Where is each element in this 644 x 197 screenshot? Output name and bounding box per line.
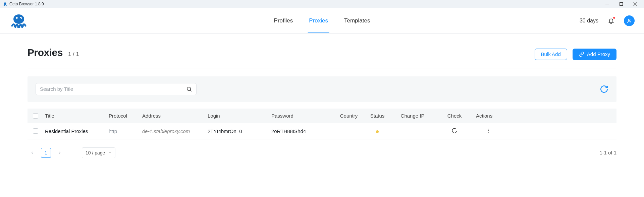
col-login: Login	[206, 113, 270, 119]
row-check	[434, 128, 475, 135]
svg-point-15	[488, 132, 489, 132]
row-password: 2oRTH88IShd4	[270, 128, 334, 134]
pagination: 1 10 / page 1-1 of 1	[28, 139, 616, 166]
nav-tabs: Profiles Proxies Templates	[274, 8, 370, 33]
pager-summary: 1-1 of 1	[599, 150, 616, 155]
page-size-select[interactable]: 10 / page	[82, 147, 115, 158]
notifications-button[interactable]	[608, 17, 614, 24]
row-more-button[interactable]	[486, 128, 491, 133]
svg-point-10	[628, 19, 630, 20]
page-content: Proxies 1 / 1 Bulk Add Add Proxy Title P…	[0, 34, 644, 166]
table-row: Residential Proxies http de-1.stableprox…	[28, 123, 616, 139]
svg-rect-2	[620, 2, 623, 5]
col-country: Country	[334, 113, 364, 119]
row-actions	[475, 128, 498, 134]
pager-prev[interactable]	[28, 148, 37, 157]
refresh-button[interactable]	[600, 85, 608, 93]
window-close-button[interactable]	[631, 0, 639, 8]
col-actions: Actions	[475, 113, 498, 119]
page-header: Proxies 1 / 1 Bulk Add Add Proxy	[28, 34, 616, 68]
svg-point-13	[488, 129, 489, 129]
row-login: 2TYt4bmrOn_0	[206, 128, 270, 134]
select-all-checkbox[interactable]	[33, 113, 38, 119]
app-logo	[9, 12, 28, 29]
pager-page-1[interactable]: 1	[41, 148, 51, 158]
col-password: Password	[270, 113, 334, 119]
window-minimize-button[interactable]	[603, 0, 611, 8]
window-titlebar: Octo Browser 1.8.9	[0, 0, 644, 8]
link-icon	[579, 52, 584, 57]
svg-point-0	[4, 2, 6, 5]
page-title: Proxies	[28, 47, 63, 58]
col-protocol: Protocol	[107, 113, 141, 119]
page-count: 1 / 1	[68, 51, 79, 58]
titlebar-left: Octo Browser 1.8.9	[3, 2, 44, 6]
pager-next[interactable]	[55, 148, 64, 157]
page-actions: Bulk Add Add Proxy	[535, 49, 616, 60]
search-box	[36, 83, 197, 95]
search-input[interactable]	[40, 86, 186, 92]
col-changeip: Change IP	[391, 113, 434, 119]
days-remaining: 30 days	[580, 18, 598, 24]
svg-point-9	[20, 18, 21, 19]
col-address: Address	[141, 113, 206, 119]
status-dot-icon	[376, 130, 379, 133]
tab-proxies[interactable]: Proxies	[309, 8, 328, 33]
add-proxy-label: Add Proxy	[587, 51, 610, 57]
search-icon[interactable]	[186, 86, 192, 92]
search-row	[28, 76, 616, 102]
window-title: Octo Browser 1.8.9	[9, 2, 44, 6]
svg-point-8	[17, 18, 18, 19]
row-checkbox[interactable]	[33, 128, 38, 134]
svg-point-11	[187, 87, 191, 91]
tab-templates[interactable]: Templates	[344, 8, 370, 33]
bulk-add-button[interactable]: Bulk Add	[535, 49, 567, 60]
app-header: Profiles Proxies Templates 30 days	[0, 8, 644, 34]
add-proxy-button[interactable]: Add Proxy	[573, 49, 616, 60]
window-controls	[603, 0, 641, 8]
col-check: Check	[434, 113, 475, 119]
notification-dot-icon	[613, 17, 615, 19]
user-avatar[interactable]	[624, 15, 635, 26]
proxy-table: Title Protocol Address Login Password Co…	[28, 109, 616, 139]
tab-profiles[interactable]: Profiles	[274, 8, 293, 33]
chevron-down-icon	[108, 151, 112, 154]
row-protocol: http	[107, 128, 141, 134]
bulk-add-label: Bulk Add	[541, 51, 561, 57]
svg-point-6	[16, 17, 18, 19]
svg-point-5	[13, 14, 24, 24]
window-maximize-button[interactable]	[617, 0, 625, 8]
row-title: Residential Proxies	[44, 128, 107, 134]
svg-point-7	[20, 17, 22, 19]
row-address: de-1.stableproxy.com	[141, 128, 206, 134]
page-size-label: 10 / page	[86, 150, 105, 155]
row-status	[364, 128, 391, 134]
svg-line-12	[190, 90, 192, 91]
app-icon	[3, 2, 7, 6]
table-header: Title Protocol Address Login Password Co…	[28, 109, 616, 123]
header-right: 30 days	[580, 15, 635, 26]
check-proxy-button[interactable]	[451, 128, 458, 134]
col-status: Status	[364, 113, 391, 119]
svg-point-14	[488, 130, 489, 131]
col-title: Title	[44, 113, 107, 119]
